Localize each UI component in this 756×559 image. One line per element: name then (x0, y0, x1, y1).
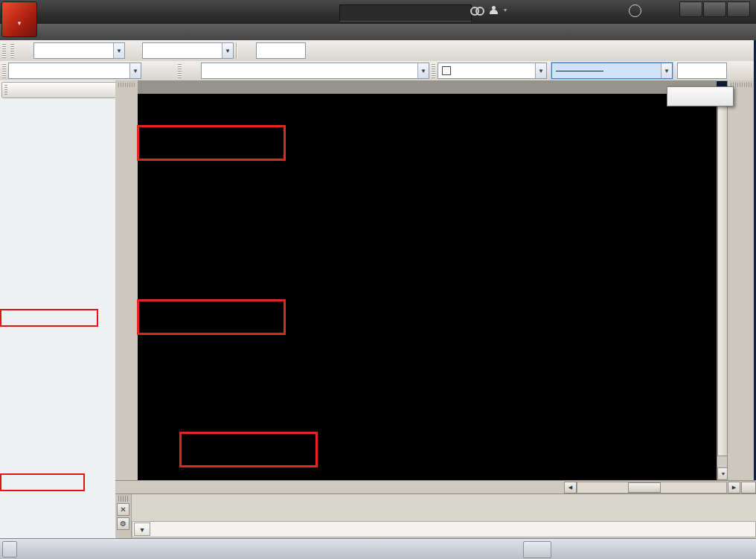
model-space-button[interactable] (523, 541, 551, 558)
sidebar-title[interactable] (1, 82, 124, 98)
scale-dropdown[interactable] (2, 541, 17, 558)
annotation-step3 (179, 432, 318, 467)
drawing-tab-bar (138, 80, 717, 94)
text-style-icon[interactable] (16, 42, 33, 60)
horizontal-scrollbar[interactable]: ◀ ▶ (563, 482, 756, 493)
modify-toolbar (727, 80, 755, 480)
toolbar-drag-handle[interactable] (10, 43, 14, 58)
workspace-aux-icon[interactable] (158, 63, 176, 80)
autocad-logo-icon[interactable]: ▾ (1, 1, 37, 37)
command-prompt-icon[interactable]: ▾ (134, 523, 150, 536)
command-input[interactable]: ▾ (132, 521, 756, 537)
layer-combo[interactable]: ▼ (201, 63, 429, 79)
search-binoculars-icon[interactable] (470, 7, 482, 16)
help-icon[interactable] (629, 4, 641, 17)
color-control-combo[interactable]: ▼ (438, 63, 547, 79)
search-input[interactable] (339, 4, 472, 22)
command-history[interactable] (135, 496, 752, 509)
scroll-right-icon[interactable]: ▶ (728, 482, 740, 493)
highlight-box-export-whole (0, 473, 85, 491)
text-style-combo[interactable]: ▼ (33, 42, 125, 59)
annotation-step1 (137, 125, 286, 161)
toolbar-drag-handle[interactable] (178, 63, 182, 78)
toolbar-drag-handle[interactable] (2, 63, 6, 78)
linetype-line-icon (556, 71, 603, 71)
vertical-scrollbar[interactable]: ▲ ▼ (717, 94, 728, 480)
draw-toolbar (115, 80, 138, 480)
dim-style-combo[interactable]: ▼ (142, 42, 234, 59)
close-button[interactable] (727, 1, 750, 17)
table-style-icon[interactable] (239, 42, 256, 60)
scroll-left-icon[interactable]: ◀ (564, 482, 577, 493)
toolbar-drag-handle[interactable] (432, 63, 435, 78)
person-icon (490, 6, 498, 14)
highlight-box-file-layout (0, 309, 98, 327)
menu-bar (0, 24, 756, 40)
toolbar-drag-handle[interactable] (2, 43, 6, 58)
workspace-gear-icon[interactable] (141, 63, 158, 80)
linetype-tooltip (667, 86, 734, 106)
command-panel-grip[interactable]: ✕ ⚙ (115, 494, 132, 539)
horizontal-scroll-thumb[interactable] (628, 482, 661, 493)
workspace-combo[interactable]: ▼ (8, 63, 141, 79)
window-controls (679, 1, 750, 17)
command-panel: ✕ ⚙ ▾ (115, 493, 756, 539)
layer-properties-icon[interactable] (184, 63, 201, 80)
dim-style-icon[interactable] (125, 42, 142, 60)
standard-toolbar: ▼ ▼ (0, 40, 756, 62)
layout-tab-bar: ◀ ▶ (115, 480, 756, 494)
command-close-icon[interactable]: ✕ (117, 503, 129, 516)
lineweight-control-combo[interactable] (677, 63, 727, 79)
restore-button[interactable] (703, 1, 726, 17)
table-style-combo[interactable] (256, 42, 306, 59)
layers-toolbar: ▼ ▼ ▼ ▼ (0, 61, 756, 81)
command-tools-icon[interactable]: ⚙ (117, 517, 129, 530)
color-swatch-icon (442, 66, 451, 75)
signin-control[interactable]: ▾ (490, 6, 507, 14)
scrollbar-resize-box[interactable] (741, 482, 756, 493)
minimize-button[interactable] (679, 1, 702, 17)
linetype-control-combo[interactable]: ▼ (551, 63, 673, 79)
status-bar (0, 538, 756, 559)
annotation-step2 (137, 299, 286, 335)
